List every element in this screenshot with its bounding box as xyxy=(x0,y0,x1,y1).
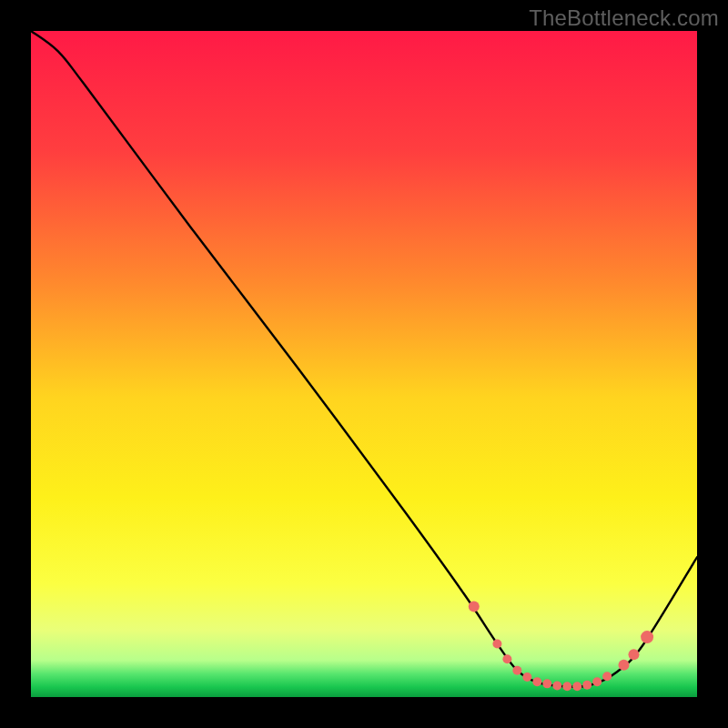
chart-frame: TheBottleneck.com xyxy=(0,0,728,728)
marker-dot xyxy=(502,654,511,663)
marker-dot xyxy=(492,639,501,648)
watermark-text: TheBottleneck.com xyxy=(529,5,719,31)
marker-dot xyxy=(522,672,531,682)
plot-area xyxy=(31,31,697,697)
marker-dot xyxy=(572,682,581,691)
marker-dot xyxy=(602,672,612,681)
marker-dot xyxy=(469,601,480,612)
marker-dot xyxy=(582,681,592,690)
gradient-background xyxy=(31,31,697,697)
marker-dot xyxy=(542,679,551,688)
bottleneck-chart xyxy=(31,31,697,697)
marker-dot xyxy=(552,682,561,691)
marker-dot xyxy=(512,666,521,675)
marker-dot xyxy=(628,649,639,660)
marker-dot xyxy=(532,677,541,686)
marker-dot xyxy=(592,677,602,686)
marker-dot xyxy=(562,682,571,691)
marker-dot xyxy=(618,660,629,671)
marker-dot xyxy=(641,631,653,643)
